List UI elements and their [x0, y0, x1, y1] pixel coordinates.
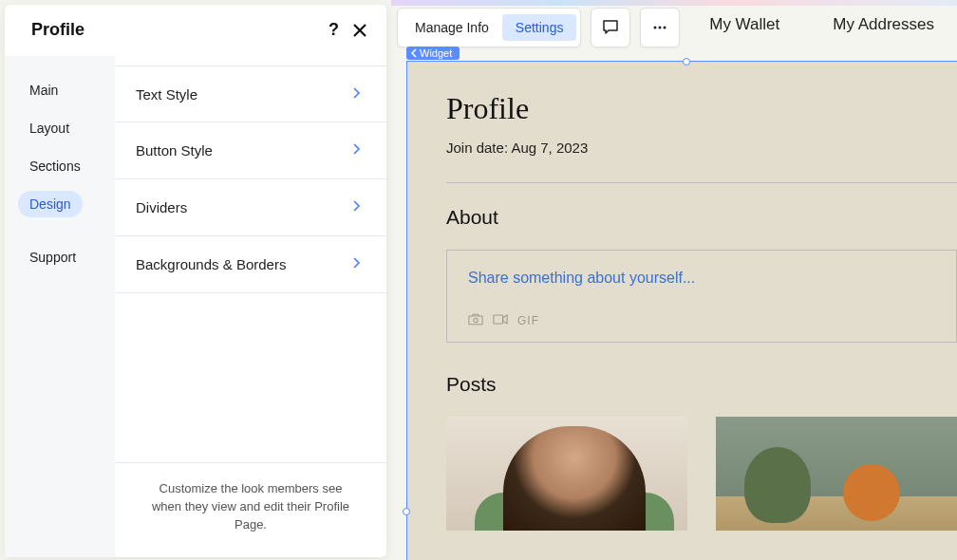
panel-content: Text Style Button Style Dividers Backgro…	[115, 56, 386, 557]
widget-selection-frame: Widget	[406, 61, 957, 560]
chevron-right-icon	[352, 86, 362, 103]
option-button-style[interactable]: Button Style	[115, 122, 386, 179]
sidebar-item-support[interactable]: Support	[18, 244, 87, 271]
decorative-strip	[391, 0, 957, 6]
sidebar-item-design[interactable]: Design	[18, 191, 83, 217]
option-label: Backgrounds & Borders	[136, 256, 286, 272]
profile-nav-tabs: My Wallet My Addresses	[709, 15, 957, 34]
option-label: Button Style	[136, 142, 213, 159]
panel-body: Main Layout Sections Design Support Text…	[5, 56, 386, 557]
chat-icon-button[interactable]	[591, 8, 630, 47]
manage-info-button[interactable]: Manage Info	[402, 14, 502, 41]
sidebar-item-label: Design	[29, 196, 71, 212]
panel-title: Profile	[31, 20, 84, 40]
resize-handle-left[interactable]	[403, 508, 410, 515]
option-label: Dividers	[136, 199, 187, 215]
close-icon[interactable]	[352, 23, 367, 38]
option-dividers[interactable]: Dividers	[115, 179, 386, 236]
nav-tab-addresses[interactable]: My Addresses	[833, 15, 934, 34]
sidebar-item-label: Support	[29, 250, 76, 265]
panel-header: Profile ?	[5, 5, 386, 56]
toolbar-group: Manage Info Settings	[397, 8, 581, 47]
sidebar-item-layout[interactable]: Layout	[18, 115, 81, 141]
widget-tag[interactable]: Widget	[406, 47, 460, 60]
nav-tab-wallet[interactable]: My Wallet	[709, 15, 779, 34]
sidebar-item-label: Layout	[29, 121, 69, 136]
sidebar-item-label: Main	[29, 83, 58, 98]
editor-canvas: Manage Info Settings My Wallet My Addres…	[391, 0, 957, 560]
sidebar-item-main[interactable]: Main	[18, 77, 69, 103]
svg-point-0	[654, 27, 657, 29]
chevron-right-icon	[352, 199, 362, 215]
sidebar: Main Layout Sections Design Support	[5, 56, 115, 557]
widget-toolbar: Manage Info Settings	[397, 8, 680, 47]
svg-point-2	[664, 27, 666, 29]
panel-actions: ?	[328, 20, 367, 40]
help-icon[interactable]: ?	[328, 20, 339, 40]
footer-tip: Customize the look members see when they…	[115, 462, 386, 557]
more-icon-button[interactable]	[640, 8, 680, 47]
options-list: Text Style Button Style Dividers Backgro…	[115, 56, 386, 462]
profile-settings-panel: Profile ? Main Layout Sections Design Su…	[5, 5, 386, 557]
option-backgrounds-borders[interactable]: Backgrounds & Borders	[115, 236, 386, 293]
resize-handle-top[interactable]	[683, 58, 690, 65]
option-text-style[interactable]: Text Style	[115, 65, 386, 122]
sidebar-item-sections[interactable]: Sections	[18, 153, 92, 179]
settings-button[interactable]: Settings	[502, 14, 577, 41]
sidebar-item-label: Sections	[29, 159, 81, 174]
widget-tag-label: Widget	[420, 47, 452, 59]
chevron-right-icon	[352, 256, 362, 272]
option-label: Text Style	[136, 86, 197, 103]
chevron-right-icon	[352, 142, 362, 159]
svg-point-1	[659, 27, 662, 29]
